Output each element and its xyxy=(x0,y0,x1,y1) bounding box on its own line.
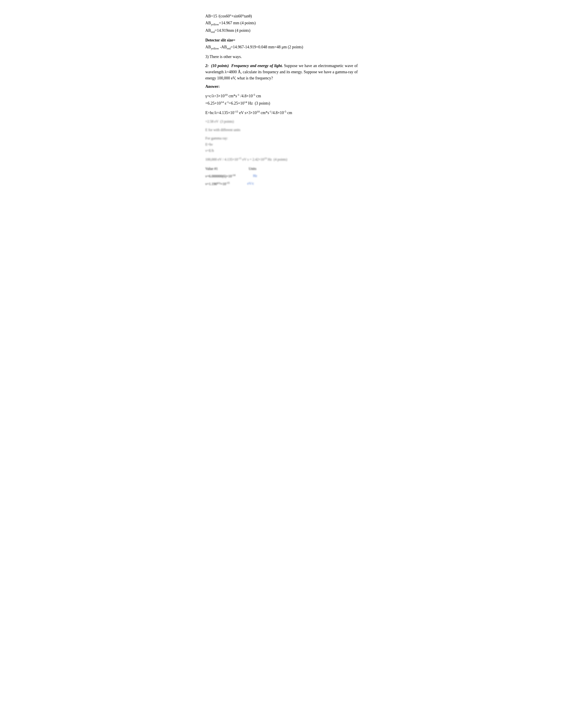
blurred-section-2: E for with different units xyxy=(205,127,358,133)
blurred-table: Value #1 Units ν=6.000000(6)×10-14 Hz ν=… xyxy=(205,166,358,187)
table-unit-2: eV/c xyxy=(247,181,254,187)
energy-eq-line: E=hc/λ=4.135×10-15 eV s×3×1010 cm*s-1/4.… xyxy=(205,109,358,116)
ab-section: AB=15 /(cos60°+sin60°tanθ) AByellow=14.9… xyxy=(205,13,358,34)
blurred-gamma-4: 100,000 eV / 4.135×10-15 eV s = 2.42×101… xyxy=(205,156,358,162)
gamma-eq2-text: =6.25×1014 s-1=6.25×1014 Hz (3 points) xyxy=(205,101,270,105)
blurred-line-2: E for with different units xyxy=(205,127,358,133)
q2-number: 2: (10 points) Frequency and energy of l… xyxy=(205,64,283,68)
table-val-1: ν=6.000000(6)×10-14 xyxy=(205,173,235,179)
blurred-section-1: =2.58 eV (3 points) xyxy=(205,119,358,124)
question-2-section: 2: (10 points) Frequency and energy of l… xyxy=(205,63,358,90)
detector-section: Detector slit size= AByellow -ABred=14.9… xyxy=(205,37,358,51)
table-data-row-2: ν=1.196⁶⁷²×10-15 eV/c xyxy=(205,181,358,187)
detector-title: Detector slit size= xyxy=(205,37,358,43)
ab-equation-text: AB=15 /(cos60°+sin60°tanθ) xyxy=(205,14,252,18)
ab-red-line: ABred=14.919mm (4 points) xyxy=(205,28,358,34)
energy-sup1: -15 xyxy=(234,110,238,113)
gamma-sup6: 14 xyxy=(244,100,247,104)
energy-sup3: -1 xyxy=(269,110,271,113)
detector-red-sub: red xyxy=(227,47,230,50)
ab-equation-line: AB=15 /(cos60°+sin60°tanθ) xyxy=(205,13,358,19)
table-val-2: ν=1.196⁶⁷²×10-15 xyxy=(205,181,229,187)
energy-sup4: -5 xyxy=(284,110,287,113)
blurred-gamma-result: 100,000 eV / 4.135×10-15 eV s = 2.42×101… xyxy=(205,156,358,162)
gamma-sup1: 10 xyxy=(224,93,227,96)
blurred-gamma-1: For gamma ray: xyxy=(205,136,358,141)
page-content: AB=15 /(cos60°+sin60°tanθ) AByellow=14.9… xyxy=(205,13,358,187)
energy-sup2: 10 xyxy=(257,110,260,113)
ab-red-label: ABred=14.919mm (4 points) xyxy=(205,28,250,33)
ab-red-subscript: red xyxy=(211,30,214,33)
blurred-gamma-2: E=hν xyxy=(205,142,358,147)
gamma-eq1-section: γ=c/λ=3×1010 cm*s-1 /4.8×10-5 cm =6.25×1… xyxy=(205,93,358,106)
detector-yellow-sub: yellow xyxy=(211,47,219,50)
gamma-eq2-line: =6.25×1014 s-1=6.25×1014 Hz (3 points) xyxy=(205,100,358,106)
blurred-gamma-3: ν=E/h xyxy=(205,148,358,153)
energy-eq-text: E=hc/λ=4.135×10-15 eV s×3×1010 cm*s-1/4.… xyxy=(205,111,292,115)
energy-eq-section: E=hc/λ=4.135×10-15 eV s×3×1010 cm*s-1/4.… xyxy=(205,109,358,116)
question-2-body: 2: (10 points) Frequency and energy of l… xyxy=(205,63,358,81)
gamma-sup3: -5 xyxy=(253,93,255,96)
table-header-row: Value #1 Units xyxy=(205,166,358,171)
table-header-1: Value #1 xyxy=(205,166,218,171)
table-unit-1: Hz xyxy=(253,173,257,179)
table-data-row-1: ν=6.000000(6)×10-14 Hz xyxy=(205,173,358,179)
answer-label: Answer: xyxy=(205,84,358,90)
gamma-sup2: -1 xyxy=(237,93,239,96)
table-header-2: Units xyxy=(248,166,256,171)
gamma-sup5: -1 xyxy=(226,100,229,104)
ab-yellow-line: AByellow=14.967 mm (4 points) xyxy=(205,20,358,27)
gamma-eq1-line: γ=c/λ=3×1010 cm*s-1 /4.8×10-5 cm xyxy=(205,93,358,99)
ab-yellow-subscript: yellow xyxy=(211,23,219,26)
detector-formula-text: AByellow -ABred=14.967-14.919=0.048 mm=4… xyxy=(205,45,303,49)
blurred-gamma-section: For gamma ray: E=hν ν=E/h xyxy=(205,136,358,153)
gamma-eq1-text: γ=c/λ=3×1010 cm*s-1 /4.8×10-5 cm xyxy=(205,94,261,98)
detector-formula-line: AByellow -ABred=14.967-14.919=0.048 mm=4… xyxy=(205,44,358,51)
blurred-line-1: =2.58 eV (3 points) xyxy=(205,119,358,124)
gamma-sup4: 14 xyxy=(221,100,224,104)
other-ways-section: 3) There is other ways. xyxy=(205,54,358,60)
other-ways-text: 3) There is other ways. xyxy=(205,54,358,60)
ab-yellow-label: AByellow=14.967 mm (4 points) xyxy=(205,21,256,25)
